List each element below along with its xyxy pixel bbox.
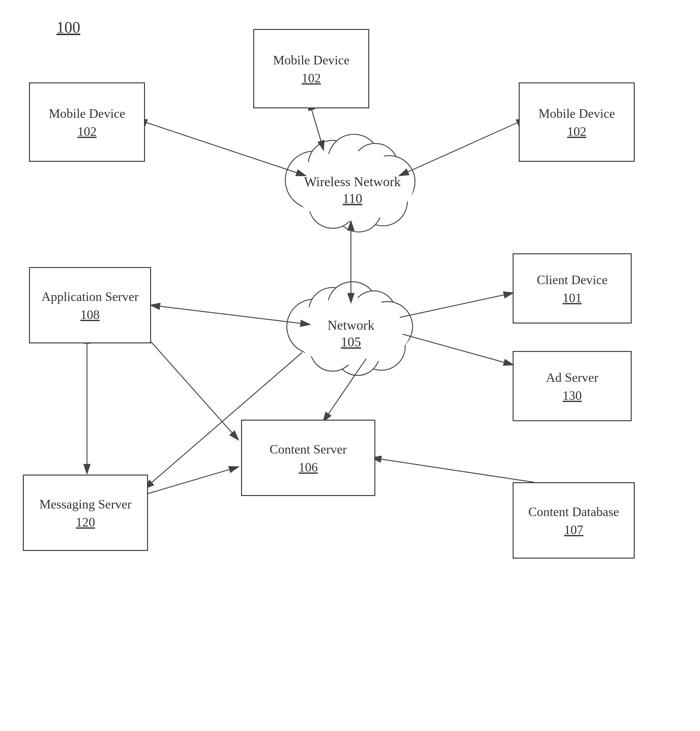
messaging-server-box: Messaging Server 120 [23,475,148,551]
application-server-id: 108 [81,307,100,322]
svg-point-15 [287,299,342,354]
svg-text:110: 110 [343,191,362,206]
svg-point-20 [358,323,405,370]
diagram-container: 100 [0,0,700,731]
svg-line-38 [372,458,534,482]
svg-point-6 [328,134,380,186]
svg-point-5 [308,140,357,189]
svg-point-12 [291,151,414,221]
client-device-box: Client Device 101 [513,253,632,323]
svg-line-27 [311,109,323,150]
client-device-label: Client Device [537,272,608,288]
content-database-label: Content Database [528,503,619,520]
content-server-box: Content Server 106 [241,420,375,496]
svg-line-36 [145,467,238,495]
diagram-title: 100 [56,18,80,36]
mobile-device-left-box: Mobile Device 102 [29,82,145,162]
svg-point-11 [309,181,357,228]
svg-point-19 [362,302,412,352]
svg-point-16 [309,288,357,335]
content-database-box: Content Database 107 [513,482,635,559]
svg-point-17 [327,282,377,332]
messaging-server-label: Messaging Server [40,496,132,513]
svg-line-31 [403,334,513,365]
svg-point-9 [358,177,407,226]
client-device-id: 101 [563,291,582,305]
svg-line-32 [323,359,366,421]
svg-line-35 [151,342,238,439]
mobile-device-left-label: Mobile Device [49,105,125,122]
ad-server-label: Ad Server [546,369,598,386]
svg-point-18 [352,291,396,335]
svg-line-26 [145,122,305,176]
svg-point-22 [310,326,355,371]
application-server-label: Application Server [41,288,138,305]
ad-server-id: 130 [563,388,582,403]
mobile-device-right-box: Mobile Device 102 [519,82,635,162]
content-server-id: 106 [299,460,318,475]
mobile-device-center-id: 102 [302,71,321,85]
svg-point-4 [285,151,343,209]
mobile-device-left-id: 102 [78,124,97,139]
messaging-server-id: 120 [76,515,95,530]
mobile-device-right-label: Mobile Device [539,105,615,122]
mobile-device-right-id: 102 [567,124,587,139]
ad-server-box: Ad Server 130 [513,351,632,421]
content-server-label: Content Server [269,441,346,458]
svg-point-23 [291,298,411,365]
svg-line-30 [400,293,513,317]
svg-text:Network: Network [327,318,374,333]
svg-line-33 [151,305,302,323]
svg-text:105: 105 [341,335,361,349]
wireless-network-cloud: Wireless Network 110 [285,134,415,232]
mobile-device-center-label: Mobile Device [273,52,350,69]
svg-line-28 [400,122,519,176]
svg-point-21 [336,332,380,376]
application-server-box: Application Server 108 [29,267,151,343]
content-database-id: 107 [564,523,583,537]
svg-point-10 [336,186,382,232]
svg-point-7 [352,144,398,189]
mobile-device-center-box: Mobile Device 102 [253,29,369,109]
network-cloud: Network 105 [287,282,412,376]
svg-point-8 [363,156,415,207]
svg-text:Wireless Network: Wireless Network [304,174,401,189]
